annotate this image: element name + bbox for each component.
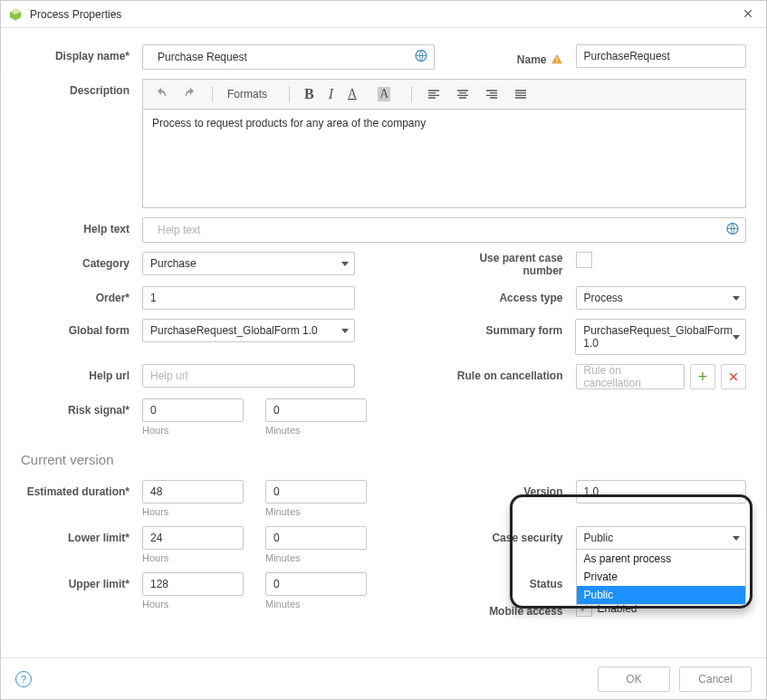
dialog-footer: ? OK Cancel	[1, 657, 766, 699]
access-type-select[interactable]: Process	[576, 286, 747, 310]
lower-minutes-input[interactable]	[265, 526, 367, 550]
case-security-label: Case security	[455, 526, 576, 563]
align-justify-button[interactable]	[508, 84, 533, 104]
summary-form-select[interactable]: PurchaseRequest_GlobalForm 1.0	[575, 319, 746, 355]
help-url-input[interactable]	[142, 364, 355, 388]
version-input[interactable]	[576, 480, 747, 503]
undo-button[interactable]	[149, 84, 174, 104]
description-editor[interactable]: Process to request products for any area…	[142, 109, 746, 208]
lower-limit-label: Lower limit*	[21, 526, 142, 544]
remove-rule-button[interactable]	[721, 364, 746, 389]
global-form-label: Global form	[21, 319, 142, 337]
process-properties-dialog: Process Properties Display name*	[0, 0, 767, 700]
rule-on-cancel-input[interactable]: Rule on cancellation	[576, 364, 686, 389]
case-security-select[interactable]: Public	[576, 526, 747, 550]
estimated-duration-label: Estimated duration*	[21, 480, 142, 498]
mobile-access-label: Mobile access	[455, 599, 576, 618]
use-parent-case-number-checkbox[interactable]	[576, 252, 592, 268]
align-left-button[interactable]	[421, 84, 446, 104]
summary-form-label: Summary form	[454, 319, 575, 355]
upper-limit-label: Upper limit*	[21, 572, 142, 590]
category-select[interactable]: Purchase	[142, 252, 355, 275]
align-center-button[interactable]	[450, 84, 475, 104]
access-type-label: Access type	[455, 286, 576, 310]
svg-rect-2	[556, 61, 557, 62]
display-name-input[interactable]	[150, 46, 427, 68]
help-icon[interactable]: ?	[15, 671, 32, 687]
italic-button[interactable]: I	[323, 83, 339, 105]
warning-icon	[551, 53, 563, 68]
status-label: Status	[455, 572, 576, 590]
version-label: Version	[455, 480, 576, 517]
svg-rect-1	[556, 57, 557, 61]
name-label: Name	[517, 53, 547, 66]
background-color-button[interactable]: A	[372, 84, 402, 104]
display-name-field-wrapper	[142, 44, 435, 70]
upper-minutes-input[interactable]	[265, 572, 367, 596]
upper-hours-input[interactable]	[142, 572, 244, 596]
order-label: Order*	[21, 286, 142, 304]
est-minutes-input[interactable]	[265, 480, 367, 503]
app-cube-icon	[8, 7, 23, 22]
help-text-input[interactable]	[150, 219, 738, 241]
use-parent-case-number-label: Use parent case number	[455, 252, 576, 277]
risk-hours-input[interactable]	[142, 398, 244, 422]
case-security-option[interactable]: Public	[577, 586, 746, 604]
est-hours-input[interactable]	[142, 480, 244, 503]
ok-button[interactable]: OK	[598, 666, 670, 692]
risk-minutes-input[interactable]	[265, 398, 367, 422]
formats-dropdown[interactable]: Formats	[222, 85, 280, 103]
add-rule-button[interactable]: +	[690, 364, 715, 389]
order-input[interactable]	[142, 286, 355, 310]
dialog-title: Process Properties	[30, 8, 737, 21]
current-version-heading: Current version	[21, 452, 746, 467]
global-form-select[interactable]: PurchaseRequest_GlobalForm 1.0	[142, 319, 355, 342]
case-security-option[interactable]: As parent process	[577, 550, 746, 568]
titlebar: Process Properties	[1, 1, 766, 28]
dialog-content: Display name* Name	[1, 28, 766, 657]
help-text-label: Help text	[21, 217, 142, 235]
minutes-hint: Minutes	[265, 425, 367, 436]
text-color-button[interactable]: A	[342, 84, 369, 104]
hours-hint: Hours	[142, 425, 244, 436]
name-input[interactable]	[576, 44, 747, 68]
rule-on-cancel-label: Rule on cancellation	[455, 364, 576, 389]
redo-button[interactable]	[177, 84, 203, 104]
bold-button[interactable]: B	[299, 83, 320, 105]
close-icon[interactable]	[737, 7, 759, 22]
cancel-button[interactable]: Cancel	[679, 666, 752, 692]
lower-hours-input[interactable]	[142, 526, 244, 550]
category-label: Category	[21, 252, 142, 270]
risk-signal-label: Risk signal*	[21, 398, 142, 417]
case-security-dropdown: As parent process Private Public	[576, 549, 747, 605]
richtext-toolbar: Formats B I A A	[142, 79, 746, 109]
globe-icon[interactable]	[725, 222, 740, 239]
case-security-option[interactable]: Private	[577, 568, 746, 586]
globe-icon[interactable]	[414, 49, 428, 66]
description-label: Description	[21, 79, 142, 97]
help-url-label: Help url	[21, 364, 142, 382]
align-right-button[interactable]	[479, 84, 504, 104]
display-name-label: Display name*	[21, 44, 142, 62]
